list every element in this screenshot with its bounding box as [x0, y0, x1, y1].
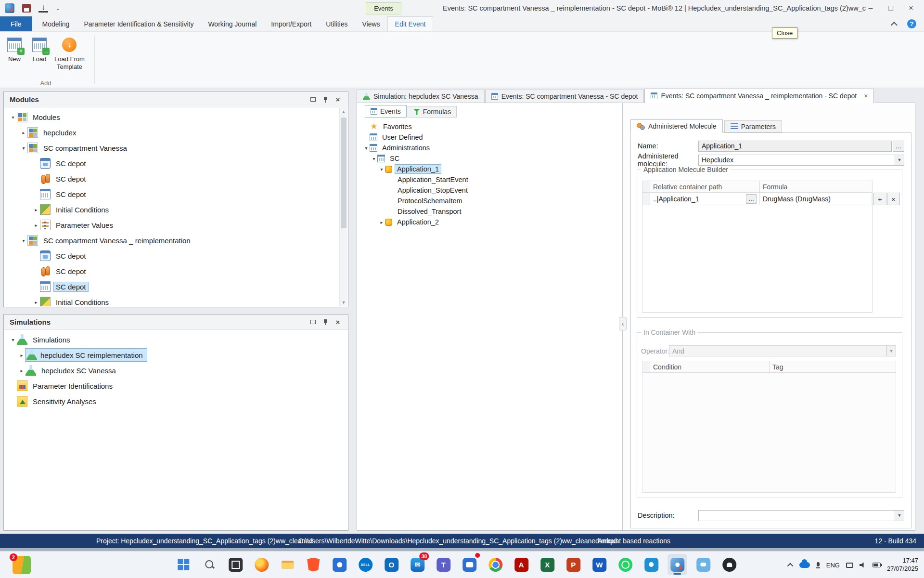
tree-item-sc-depot-spatial-2[interactable]: SC depot: [4, 248, 339, 263]
quick-access-dropdown-icon[interactable]: [56, 6, 60, 11]
tree-item-protocolschemaitem[interactable]: ProtocolSchemaItem: [357, 196, 622, 206]
taskbar-excel-icon[interactable]: X: [538, 554, 557, 575]
panel-close-icon[interactable]: [334, 95, 342, 104]
tree-item-application-2[interactable]: Application_2: [357, 217, 622, 227]
tree-item-sc-compartment-reimplementation[interactable]: SC compartment Vanessa _ reimplementatio…: [4, 233, 339, 248]
taskbar-firefox-icon[interactable]: [252, 554, 271, 575]
doc-tab-events-vanessa[interactable]: Events: SC compartment Vanessa - SC depo…: [485, 90, 644, 103]
tab-edit-event[interactable]: Edit Event: [387, 16, 434, 31]
tree-item-sensitivity-analyses[interactable]: Sensitivity Analyses: [4, 394, 339, 409]
taskbar-outlook-icon[interactable]: O: [382, 554, 401, 575]
taskbar-chrome-icon[interactable]: [486, 554, 505, 575]
tree-item-parameter-identifications[interactable]: Parameter Identifications: [4, 378, 339, 394]
close-button[interactable]: ×: [902, 1, 920, 15]
taskbar-task-view-icon[interactable]: [226, 554, 245, 575]
expander-icon[interactable]: [378, 220, 385, 225]
load-from-template-button[interactable]: Load From Template: [52, 34, 87, 74]
panel-pin-icon[interactable]: [321, 318, 330, 327]
expander-icon[interactable]: [20, 238, 27, 243]
import-icon[interactable]: [38, 4, 48, 13]
taskbar-search-icon[interactable]: [200, 554, 219, 575]
save-icon[interactable]: [22, 4, 31, 13]
expander-icon[interactable]: [20, 145, 27, 151]
tree-item-application-startevent[interactable]: Application_StartEvent: [357, 174, 622, 185]
add-row-button[interactable]: +: [873, 193, 886, 205]
language-indicator[interactable]: ENG: [826, 562, 840, 569]
grid-row[interactable]: ..|Application_1 … DrugMass (DrugMass): [642, 193, 872, 205]
panel-restore-icon[interactable]: [308, 95, 317, 104]
taskbar-dell-icon[interactable]: DELL: [356, 554, 375, 575]
tree-item-dissolved-transport[interactable]: Dissolved_Transport: [357, 206, 622, 217]
tree-item-simulations-root[interactable]: Simulations: [4, 332, 339, 347]
expander-icon[interactable]: [18, 368, 26, 373]
taskbar-brave-icon[interactable]: [304, 554, 323, 575]
description-input[interactable]: [698, 510, 904, 521]
taskbar-remote-app-icon[interactable]: [330, 554, 349, 575]
expander-icon[interactable]: [20, 130, 27, 135]
expander-icon[interactable]: [18, 353, 26, 358]
tab-modeling[interactable]: Modeling: [35, 16, 77, 31]
tree-item-hepcludex-sc-reimplementation[interactable]: hepcludex SC reimplementation: [4, 347, 339, 363]
remove-row-button[interactable]: ×: [887, 193, 900, 205]
doc-tab-simulation[interactable]: Simulation: hepcludex SC Vanessa: [357, 90, 485, 103]
view-tab-formulas[interactable]: Formulas: [408, 106, 457, 118]
tab-utilities[interactable]: Utilities: [319, 16, 355, 31]
taskbar-word-icon[interactable]: W: [590, 554, 609, 575]
tab-parameters[interactable]: Parameters: [724, 120, 782, 132]
maximize-button[interactable]: □: [882, 1, 900, 15]
tree-item-sc-depot-events-selected[interactable]: SC depot: [4, 279, 339, 294]
onedrive-icon[interactable]: [799, 562, 810, 568]
taskbar-pksim-icon[interactable]: [693, 554, 713, 575]
doc-tab-close-icon[interactable]: [864, 92, 868, 100]
tree-item-application-1[interactable]: Application_1: [357, 164, 622, 174]
taskbar-teams-icon[interactable]: T: [434, 554, 453, 575]
tab-administered-molecule[interactable]: Administered Molecule: [630, 119, 723, 133]
help-icon[interactable]: ?: [907, 19, 916, 28]
tree-item-administrations[interactable]: Administrations: [357, 143, 622, 153]
tree-item-sc-depot-molecules[interactable]: SC depot: [4, 171, 339, 186]
minimize-button[interactable]: –: [861, 1, 880, 15]
document-group-chip[interactable]: Events: [366, 2, 401, 14]
panel-close-icon[interactable]: [334, 318, 342, 327]
tree-item-user-defined[interactable]: User Defined: [357, 132, 622, 143]
collapse-panel-icon[interactable]: [619, 317, 627, 330]
clock[interactable]: 17:47 27/07/2025: [887, 557, 918, 573]
new-event-button[interactable]: New: [2, 34, 27, 66]
tab-file[interactable]: File: [0, 16, 32, 31]
expander-icon[interactable]: [9, 337, 17, 342]
display-icon[interactable]: [846, 563, 853, 568]
column-header-path[interactable]: Relative container path: [650, 181, 760, 192]
tray-expand-icon[interactable]: [787, 563, 793, 569]
doc-tab-events-reimplementation[interactable]: Events: SC compartment Vanessa _ reimple…: [644, 89, 874, 103]
panel-pin-icon[interactable]: [321, 95, 330, 104]
tree-item-parameter-values[interactable]: Parameter Values: [4, 217, 339, 233]
tab-views[interactable]: Views: [355, 16, 387, 31]
microphone-icon[interactable]: [816, 562, 820, 568]
modules-scrollbar[interactable]: [339, 108, 347, 306]
tree-item-sc-compartment-vanessa[interactable]: SC compartment Vanessa: [4, 140, 339, 156]
name-ellipsis-button[interactable]: …: [893, 141, 904, 152]
tree-item-initial-conditions[interactable]: Initial Conditions: [4, 202, 339, 217]
expander-icon[interactable]: [363, 145, 370, 151]
tree-item-initial-conditions-2[interactable]: Initial Conditions: [4, 294, 339, 306]
tree-item-sc[interactable]: SC: [357, 153, 622, 164]
taskbar-mobi-icon[interactable]: [667, 554, 687, 575]
taskbar-acrobat-icon[interactable]: A: [512, 554, 531, 575]
tree-item-modules-root[interactable]: Modules: [4, 109, 339, 125]
panel-restore-icon[interactable]: [308, 318, 317, 327]
chevron-down-icon[interactable]: [895, 155, 904, 165]
taskbar-mail-icon[interactable]: 30: [408, 554, 427, 575]
collapse-ribbon-icon[interactable]: [891, 22, 898, 28]
volume-icon[interactable]: [860, 562, 866, 568]
name-input[interactable]: Application_1: [698, 141, 892, 152]
tab-import-export[interactable]: Import/Export: [264, 16, 319, 31]
tree-item-hepcludex[interactable]: hepcludex: [4, 125, 339, 140]
expander-icon[interactable]: [32, 223, 40, 228]
tree-item-application-stopevent[interactable]: Application_StopEvent: [357, 185, 622, 196]
taskbar-widgets-icon[interactable]: 2: [13, 556, 31, 574]
path-cell[interactable]: ..|Application_1 …: [650, 193, 760, 205]
tab-parameter-identification[interactable]: Parameter Identification & Sensitivity: [77, 16, 201, 31]
tree-item-favorites[interactable]: Favorites: [357, 121, 622, 132]
expander-icon[interactable]: [9, 115, 17, 120]
tree-item-sc-depot-molecules-2[interactable]: SC depot: [4, 263, 339, 279]
